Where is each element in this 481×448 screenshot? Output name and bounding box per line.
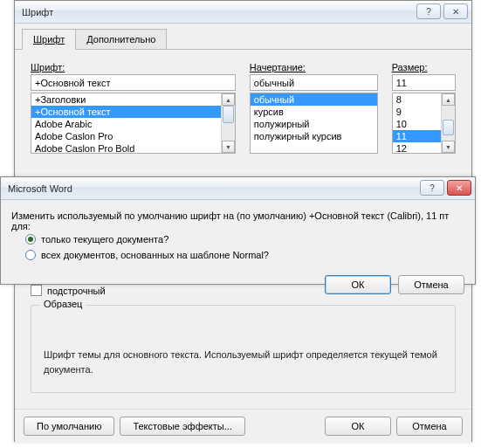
scroll-thumb[interactable] (443, 120, 454, 135)
tab-font[interactable]: Шрифт (22, 29, 76, 50)
ok-button[interactable]: ОК (325, 275, 391, 294)
sample-group: Образец Шрифт темы для основного текста.… (31, 305, 456, 393)
style-label: Начертание: (250, 62, 378, 72)
prompt-text: Изменить используемый по умолчанию шрифт… (11, 210, 464, 231)
style-listbox[interactable]: обычный курсив полужирный полужирный кур… (250, 93, 378, 154)
font-column: Шрифт: +Заголовки +Основной текст Adobe … (31, 62, 236, 154)
sample-description: Шрифт темы для основного текста. Использ… (44, 348, 443, 376)
radio-all-docs[interactable]: всех документов, основанных на шаблоне N… (11, 247, 464, 263)
list-item[interactable]: 10 (393, 118, 441, 130)
title-controls: ? ✕ (416, 3, 468, 19)
font-dialog-title: Шрифт (22, 7, 53, 17)
title-controls: ? ✕ (420, 180, 471, 196)
list-item[interactable]: +Заголовки (31, 93, 221, 106)
ok-button[interactable]: ОК (325, 417, 391, 436)
font-dialog-buttons: По умолчанию Текстовые эффекты... ОК Отм… (15, 409, 471, 443)
radio-current-doc[interactable]: только текущего документа? (11, 231, 464, 247)
size-column: Размер: 8 9 10 11 12 ▲ ▼ (392, 62, 456, 154)
size-listbox[interactable]: 8 9 10 11 12 ▲ ▼ (392, 93, 456, 154)
radio-label: всех документов, основанных на шаблоне N… (41, 250, 269, 260)
font-listbox[interactable]: +Заголовки +Основной текст Adobe Arabic … (31, 93, 236, 154)
cancel-button[interactable]: Отмена (398, 275, 464, 294)
help-button[interactable]: ? (416, 3, 441, 19)
message-dialog-buttons: ОК Отмена (1, 268, 475, 305)
size-input[interactable] (392, 74, 456, 91)
message-dialog: Microsoft Word ? ✕ Изменить используемый… (0, 176, 476, 285)
tabstrip: Шрифт Дополнительно (15, 24, 471, 50)
list-item[interactable]: Adobe Caslon Pro (31, 130, 221, 142)
message-dialog-title: Microsoft Word (8, 183, 72, 194)
font-input[interactable] (31, 74, 236, 91)
list-item[interactable]: полужирный курсив (251, 130, 377, 142)
cancel-button[interactable]: Отмена (396, 417, 463, 436)
style-column: Начертание: обычный курсив полужирный по… (250, 62, 378, 154)
list-item[interactable]: 9 (393, 106, 441, 118)
list-item[interactable]: полужирный (251, 118, 377, 130)
message-dialog-titlebar: Microsoft Word ? ✕ (1, 177, 475, 200)
size-label: Размер: (392, 62, 456, 72)
list-item[interactable]: Adobe Caslon Pro Bold (31, 142, 221, 153)
list-item[interactable]: 11 (393, 130, 441, 142)
list-item[interactable]: Adobe Arabic (31, 118, 221, 130)
scroll-thumb[interactable] (223, 106, 234, 123)
list-item[interactable]: +Основной текст (31, 106, 221, 118)
radio-label: только текущего документа? (41, 234, 168, 245)
scroll-up-icon[interactable]: ▲ (222, 93, 235, 106)
style-input[interactable] (250, 74, 378, 91)
help-button[interactable]: ? (420, 180, 444, 196)
scrollbar[interactable]: ▲ ▼ (221, 93, 235, 153)
list-item[interactable]: обычный (251, 93, 377, 106)
list-item[interactable]: 12 (393, 142, 441, 153)
scrollbar[interactable]: ▲ ▼ (441, 93, 455, 153)
font-columns: Шрифт: +Заголовки +Основной текст Adobe … (31, 62, 456, 154)
close-button[interactable]: ✕ (447, 180, 471, 196)
font-label: Шрифт: (31, 62, 236, 72)
scroll-down-icon[interactable]: ▼ (222, 141, 235, 153)
default-button[interactable]: По умолчанию (24, 417, 114, 436)
scroll-up-icon[interactable]: ▲ (442, 93, 455, 106)
radio-icon (25, 234, 36, 245)
scroll-down-icon[interactable]: ▼ (442, 141, 455, 153)
radio-icon (25, 250, 36, 260)
list-item[interactable]: курсив (251, 106, 377, 118)
prompt-area: Изменить используемый по умолчанию шрифт… (1, 200, 475, 268)
text-effects-button[interactable]: Текстовые эффекты... (120, 417, 245, 436)
font-dialog-titlebar: Шрифт ? ✕ (15, 1, 471, 24)
close-button[interactable]: ✕ (443, 3, 468, 19)
tab-advanced[interactable]: Дополнительно (75, 29, 167, 49)
list-item[interactable]: 8 (393, 93, 441, 106)
